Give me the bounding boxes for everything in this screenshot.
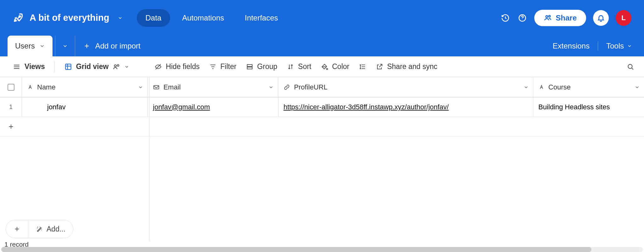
svg-point-3 — [546, 15, 548, 18]
chevron-down-icon[interactable] — [138, 85, 143, 90]
share-sync-button[interactable]: Share and sync — [376, 62, 437, 71]
plus-icon — [8, 123, 14, 130]
notifications-button[interactable] — [593, 10, 609, 26]
add-row-button[interactable] — [0, 117, 644, 136]
select-all-cell[interactable] — [0, 77, 22, 97]
column-header-email[interactable]: Email — [148, 77, 278, 97]
group-icon — [246, 63, 253, 71]
text-field-icon — [538, 84, 545, 90]
collaborators-icon — [112, 63, 120, 71]
help-icon — [518, 14, 527, 22]
divider — [54, 61, 55, 72]
column-header-name[interactable]: Name — [22, 77, 148, 97]
extensions-button[interactable]: Extensions — [550, 42, 592, 50]
svg-rect-12 — [153, 85, 159, 89]
view-switcher[interactable]: Grid view — [64, 62, 130, 71]
divider — [598, 41, 598, 51]
history-icon — [501, 14, 510, 22]
email-icon — [153, 84, 160, 91]
table-tab-menu[interactable] — [55, 36, 75, 56]
add-or-import-label: Add or import — [95, 42, 141, 50]
rocket-icon — [13, 12, 24, 24]
filter-icon — [209, 63, 217, 71]
chevron-down-icon — [39, 43, 45, 49]
chevron-down-icon[interactable] — [635, 85, 640, 90]
wand-icon — [36, 226, 43, 232]
svg-rect-9 — [247, 67, 252, 69]
chevron-down-icon — [62, 43, 68, 49]
svg-point-4 — [549, 15, 550, 17]
chevron-down-icon[interactable] — [524, 85, 529, 90]
share-icon — [376, 63, 383, 71]
history-button[interactable] — [500, 13, 510, 23]
search-icon — [626, 63, 635, 71]
cell-course[interactable]: Building Headless sites — [533, 97, 644, 117]
horizontal-scrollbar[interactable] — [1, 247, 643, 252]
nav-tab-automations[interactable]: Automations — [173, 9, 233, 27]
header-actions: Share L — [500, 10, 631, 26]
hide-fields-button[interactable]: Hide fields — [154, 62, 199, 71]
grid-icon — [64, 63, 72, 71]
plus-icon — [83, 43, 90, 49]
column-header-profileurl[interactable]: ProfileURL — [278, 77, 533, 97]
app-title: A bit of everything — [30, 13, 109, 23]
base-switcher[interactable]: A bit of everything — [13, 12, 123, 24]
checkbox-icon — [8, 84, 14, 91]
people-icon — [544, 14, 552, 22]
text-field-icon — [27, 84, 33, 90]
eye-off-icon — [154, 63, 162, 71]
sort-button[interactable]: Sort — [287, 62, 311, 71]
nav-tab-data[interactable]: Data — [137, 9, 170, 27]
tablebar-right: Extensions Tools — [550, 36, 635, 56]
chevron-down-icon — [124, 64, 129, 69]
menu-icon — [13, 63, 21, 71]
chevron-down-icon[interactable] — [269, 85, 274, 90]
table-tab-users[interactable]: Users — [8, 36, 53, 56]
sort-icon — [287, 63, 294, 71]
paint-icon — [321, 63, 328, 71]
plus-icon — [14, 226, 20, 232]
svg-point-10 — [326, 68, 328, 70]
scrollbar-thumb[interactable] — [1, 247, 591, 252]
bell-icon — [597, 14, 605, 22]
svg-rect-8 — [247, 65, 252, 66]
group-button[interactable]: Group — [246, 62, 277, 71]
filter-button[interactable]: Filter — [209, 62, 236, 71]
svg-point-7 — [117, 64, 119, 66]
cell-name[interactable]: jonfav — [22, 97, 148, 117]
add-record-menu[interactable]: Add... — [28, 220, 73, 238]
nav-tab-interfaces[interactable]: Interfaces — [236, 9, 287, 27]
share-label: Share — [556, 14, 577, 22]
table-tab-bar: Users Add or import Extensions Tools — [0, 36, 644, 56]
row-height-icon — [359, 63, 366, 71]
workspace-nav: Data Automations Interfaces — [137, 9, 287, 27]
help-button[interactable] — [517, 13, 527, 23]
grid-header-row: Name Email ProfileURL Course — [0, 77, 644, 97]
chevron-down-icon — [627, 43, 632, 49]
row-number: 1 — [0, 97, 22, 117]
add-record-button[interactable] — [6, 220, 28, 238]
svg-point-11 — [628, 64, 632, 68]
views-sidebar-toggle[interactable]: Views — [13, 62, 45, 71]
svg-rect-5 — [65, 64, 71, 69]
user-avatar[interactable]: L — [616, 10, 631, 26]
app-header: A bit of everything Data Automations Int… — [0, 0, 644, 36]
cell-profileurl[interactable]: https://nicer-alligator-3d58ff.instawp.x… — [279, 97, 533, 117]
share-button[interactable]: Share — [534, 10, 586, 26]
search-button[interactable] — [626, 63, 635, 71]
data-grid: Name Email ProfileURL Course 1 jonfav jo… — [0, 77, 644, 252]
svg-point-6 — [114, 65, 117, 67]
color-button[interactable]: Color — [321, 62, 349, 71]
column-header-course[interactable]: Course — [533, 77, 644, 97]
svg-point-2 — [522, 20, 523, 20]
add-record-pill: Add... — [6, 220, 73, 238]
row-height-button[interactable] — [359, 63, 366, 71]
chevron-down-icon — [118, 15, 123, 20]
cell-email[interactable]: jonfav@gmail.com — [148, 97, 278, 117]
table-row[interactable]: 1 jonfav jonfav@gmail.com https://nicer-… — [0, 97, 644, 117]
add-or-import-button[interactable]: Add or import — [75, 36, 149, 56]
tools-button[interactable]: Tools — [604, 42, 635, 50]
view-toolbar: Views Grid view Hide fields Filter Group… — [0, 56, 644, 77]
table-tab-label: Users — [15, 42, 35, 50]
link-icon — [283, 84, 290, 91]
